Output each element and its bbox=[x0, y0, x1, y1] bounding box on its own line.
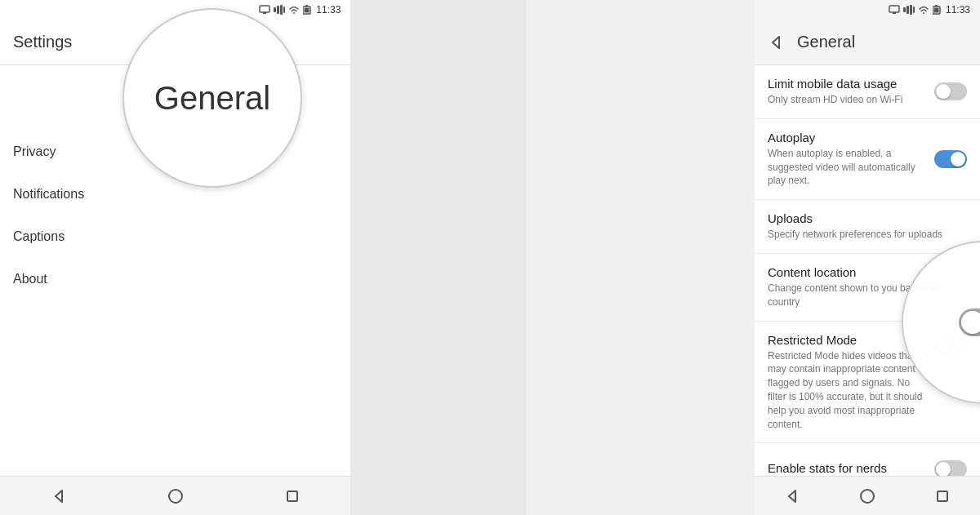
right-recent-btn[interactable] bbox=[928, 482, 957, 511]
svg-rect-1 bbox=[263, 12, 266, 14]
battery-icon bbox=[303, 5, 311, 15]
toggle-mobile-data[interactable] bbox=[934, 82, 967, 100]
settings-item-stats[interactable]: Enable stats for nerds bbox=[755, 443, 980, 476]
recent-icon bbox=[286, 490, 299, 503]
svg-rect-14 bbox=[903, 7, 906, 12]
back-icon bbox=[51, 488, 67, 504]
svg-rect-7 bbox=[305, 5, 308, 7]
right-time: 11:33 bbox=[946, 4, 970, 16]
right-back-icon bbox=[784, 488, 800, 504]
svg-rect-15 bbox=[906, 6, 909, 14]
left-recent-btn[interactable] bbox=[278, 482, 307, 511]
left-time: 11:33 bbox=[316, 4, 341, 16]
right-home-icon bbox=[859, 488, 875, 504]
toggle-autoplay[interactable] bbox=[934, 150, 967, 168]
settings-item-uploads-desc: Specify network preferences for uploads bbox=[768, 228, 957, 242]
right-status-icons: 11:33 bbox=[889, 4, 970, 16]
right-nav-bar bbox=[755, 476, 980, 515]
settings-item-uploads[interactable]: Uploads Specify network preferences for … bbox=[755, 200, 980, 254]
settings-item-autoplay-desc: When autoplay is enabled, a suggested vi… bbox=[768, 147, 924, 188]
svg-rect-24 bbox=[938, 491, 947, 501]
svg-rect-20 bbox=[933, 8, 938, 13]
left-home-btn[interactable] bbox=[161, 482, 190, 511]
toggle-stats-thumb bbox=[936, 462, 951, 476]
left-panel: 11:33 Settings General Privacy Notificat… bbox=[0, 0, 350, 515]
right-header-title: General bbox=[797, 33, 855, 51]
menu-item-captions[interactable]: Captions bbox=[0, 215, 350, 258]
svg-rect-2 bbox=[274, 7, 276, 12]
settings-item-mobile-data-title: Limit mobile data usage bbox=[768, 77, 924, 91]
settings-item-restricted-desc: Restricted Mode hides videos that may co… bbox=[768, 349, 924, 432]
right-header: General bbox=[755, 20, 980, 65]
zoom-toggle-thumb bbox=[961, 311, 980, 334]
screen-icon bbox=[259, 5, 270, 15]
svg-rect-16 bbox=[910, 5, 912, 15]
wifi-icon bbox=[288, 5, 300, 15]
left-back-btn[interactable] bbox=[44, 482, 74, 511]
svg-rect-19 bbox=[935, 5, 938, 7]
settings-item-mobile-data[interactable]: Limit mobile data usage Only stream HD v… bbox=[755, 65, 980, 119]
settings-item-uploads-title: Uploads bbox=[768, 211, 957, 225]
svg-marker-21 bbox=[773, 37, 779, 48]
volume-icon bbox=[274, 5, 285, 15]
right-panel: 11:33 General Limit mobile data usage On… bbox=[755, 0, 980, 515]
zoom-toggle-restricted[interactable] bbox=[959, 309, 980, 336]
toggle-autoplay-thumb bbox=[951, 152, 965, 166]
gap bbox=[350, 0, 526, 515]
left-nav-bar bbox=[0, 476, 350, 515]
toggle-mobile-data-thumb bbox=[936, 84, 951, 99]
settings-item-mobile-data-desc: Only stream HD video on Wi-Fi bbox=[768, 93, 924, 107]
right-volume-icon bbox=[903, 5, 915, 15]
settings-item-autoplay-title: Autoplay bbox=[768, 131, 924, 144]
settings-item-autoplay[interactable]: Autoplay When autoplay is enabled, a sug… bbox=[755, 119, 980, 200]
right-back-arrow[interactable] bbox=[768, 34, 784, 51]
svg-rect-4 bbox=[280, 5, 283, 15]
zoom-circle-left: General bbox=[122, 8, 302, 188]
svg-marker-22 bbox=[789, 491, 795, 502]
right-battery-icon bbox=[933, 5, 941, 15]
svg-rect-3 bbox=[277, 6, 279, 14]
svg-rect-0 bbox=[260, 6, 270, 12]
toggle-stats[interactable] bbox=[934, 460, 967, 476]
right-wifi-icon bbox=[918, 5, 929, 15]
svg-marker-9 bbox=[56, 491, 62, 502]
svg-rect-17 bbox=[913, 7, 915, 13]
right-home-btn[interactable] bbox=[853, 482, 882, 511]
right-status-bar: 11:33 bbox=[755, 0, 980, 20]
right-back-btn[interactable] bbox=[777, 482, 807, 511]
menu-item-about[interactable]: About bbox=[0, 258, 350, 300]
svg-rect-8 bbox=[305, 8, 310, 13]
zoom-label: General bbox=[154, 80, 270, 117]
svg-point-10 bbox=[169, 490, 182, 503]
svg-rect-12 bbox=[889, 6, 899, 12]
svg-rect-11 bbox=[287, 491, 297, 501]
svg-rect-5 bbox=[283, 7, 285, 13]
right-screen-icon bbox=[889, 5, 900, 15]
svg-rect-13 bbox=[893, 12, 896, 14]
back-arrow-icon bbox=[768, 34, 784, 51]
settings-item-stats-title: Enable stats for nerds bbox=[768, 461, 924, 475]
settings-item-restricted-title: Restricted Mode bbox=[768, 333, 924, 347]
left-status-icons: 11:33 bbox=[259, 4, 341, 16]
left-header-title: Settings bbox=[13, 33, 72, 51]
svg-point-23 bbox=[861, 490, 874, 503]
right-recent-icon bbox=[936, 490, 949, 503]
home-icon bbox=[167, 488, 184, 504]
